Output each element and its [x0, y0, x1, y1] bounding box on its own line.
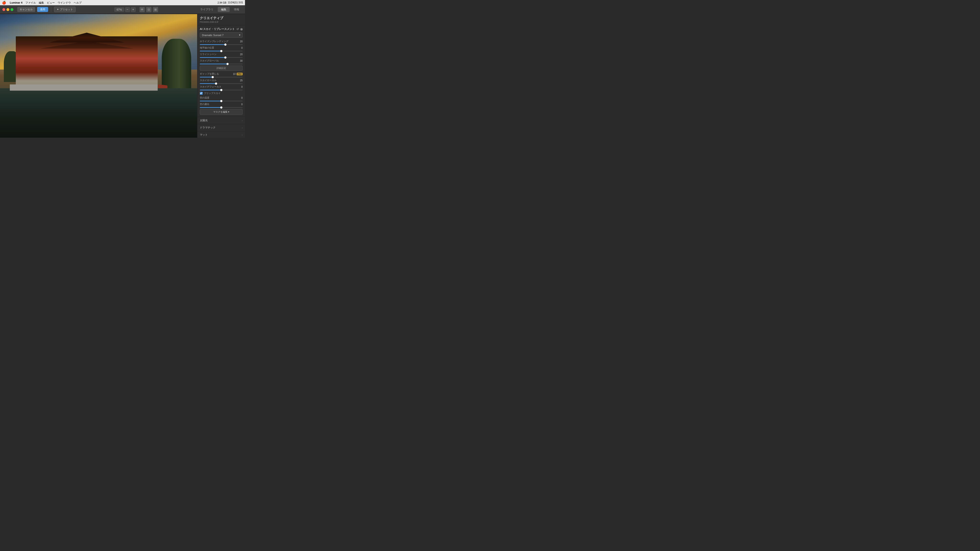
flip-sky-label: フリップスカイ — [204, 92, 221, 95]
section-matte[interactable]: マット › — [197, 131, 245, 138]
slider-label-gap-close: ギャップを閉じる — [200, 72, 229, 76]
toolbar: キャンセル 適用 ✦ プリセット 67% − + 👁 ⊟ ⊠ ライブラリ 編集 … — [0, 5, 245, 14]
panel-title-section: クリエイティブ P9150001-Edit-8.tif — [197, 14, 245, 25]
section-sunlight-label: 太陽光 — [200, 119, 208, 122]
slider-fill-sky-temp — [200, 101, 221, 102]
tab-info[interactable]: 情報 — [231, 7, 243, 12]
split-view-icon[interactable]: ⊟ — [146, 7, 151, 12]
slider-thumb-sky-local[interactable] — [215, 83, 217, 85]
slider-track-relight[interactable] — [200, 57, 243, 58]
slider-sky-exp-track-row — [200, 107, 243, 108]
menu-edit[interactable]: 編集 — [39, 1, 44, 5]
slider-track-sky-exp[interactable] — [200, 107, 243, 108]
zoom-controls: 67% − + — [115, 7, 135, 12]
canvas-area[interactable] — [0, 14, 197, 138]
slider-label-horizon-blend: ホライズンブレンディング — [200, 40, 236, 43]
detail-settings-button[interactable]: 詳細設定 — [200, 65, 243, 71]
apply-button[interactable]: 適用 — [37, 7, 48, 12]
cancel-button[interactable]: キャンセル — [17, 7, 35, 12]
slider-thumb-sky-exp[interactable] — [220, 106, 222, 109]
menu-help[interactable]: ヘルプ — [74, 1, 81, 5]
slider-sky-defocus: スカイデフォーカス 0 — [200, 85, 243, 89]
menubar-right: 2.94 GB 11/24(日) 3:01 — [218, 1, 243, 4]
slider-thumb-horizon-blend[interactable] — [224, 43, 227, 46]
slider-horizon-blend-track-row — [200, 44, 243, 45]
slider-fill-sky-defocus — [200, 90, 221, 91]
preset-button[interactable]: ✦ プリセット — [54, 7, 76, 12]
slider-value-sky-temp: 0 — [237, 97, 243, 99]
slider-value-horizon-blend: 20 — [237, 40, 243, 43]
chevron-right-icon-matte: › — [242, 133, 243, 136]
menu-file[interactable]: ファイル — [25, 1, 36, 5]
section-sunlight[interactable]: 太陽光 › — [197, 117, 245, 124]
apple-menu[interactable]: 🍎 — [2, 1, 6, 5]
water-layer — [0, 88, 197, 138]
slider-track-horizon-blend[interactable] — [200, 44, 243, 45]
ground-layer — [10, 84, 158, 91]
slider-track-horizon-pos[interactable] — [200, 51, 243, 51]
slider-fill-horizon-blend — [200, 44, 225, 45]
slider-thumb-relight[interactable] — [224, 56, 227, 59]
menu-view[interactable]: ビュー — [47, 1, 55, 5]
eye-icon[interactable]: 👁 — [140, 7, 145, 12]
slider-sky-temp: 空の温度 0 — [200, 96, 243, 100]
slider-relight: リライトシーン 20 — [200, 52, 243, 56]
close-button[interactable] — [2, 8, 5, 11]
slider-fill-sky-local — [200, 83, 216, 84]
slider-value-relight: 20 — [237, 53, 243, 56]
slider-sky-local-track-row — [200, 83, 243, 84]
trees-right — [162, 39, 191, 88]
maximize-button[interactable] — [11, 8, 13, 11]
slider-label-sky-local: スカイローカル — [200, 79, 236, 82]
slider-thumb-gap-close[interactable] — [212, 76, 214, 78]
photo-background — [0, 14, 197, 138]
zoom-value: 67% — [115, 7, 124, 12]
slider-track-sky-global[interactable] — [200, 64, 243, 64]
slider-thumb-sky-global[interactable] — [227, 63, 229, 65]
chevron-right-icon-dramatic: › — [242, 126, 243, 129]
slider-label-horizon-pos: 地平線の位置 — [200, 46, 236, 49]
preset-icon: ✦ — [57, 8, 59, 11]
section-dramatic[interactable]: ドラマチック › — [197, 124, 245, 131]
compare-icon[interactable]: ⊠ — [153, 7, 158, 12]
slider-label-sky-defocus: スカイデフォーカス — [200, 85, 236, 89]
tab-library[interactable]: ライブラリ — [197, 7, 217, 12]
zoom-out-button[interactable]: − — [125, 7, 130, 12]
minimize-button[interactable] — [6, 8, 10, 11]
slider-sky-local: スカイローカル 25 — [200, 79, 243, 82]
sky-dropdown-value: Dramatic Sunset 7 — [202, 34, 223, 37]
view-icons: 👁 ⊟ ⊠ — [140, 7, 158, 12]
ai-sky-header: AI スカイ・リプレースメント ↺ ◉ — [200, 27, 243, 31]
panel-title: クリエイティブ — [200, 16, 243, 20]
flip-sky-checkbox[interactable] — [200, 92, 203, 95]
slider-label-sky-global: スカイグローバル — [200, 59, 236, 62]
main-content: クリエイティブ P9150001-Edit-8.tif AI スカイ・リプレース… — [0, 14, 245, 138]
slider-value-sky-local: 25 — [237, 79, 243, 82]
zoom-in-button[interactable]: + — [131, 7, 136, 12]
slider-thumb-sky-defocus[interactable] — [220, 89, 222, 91]
slider-track-sky-local[interactable] — [200, 83, 243, 84]
slider-thumb-sky-temp[interactable] — [220, 100, 222, 102]
chevron-right-icon-sunlight: › — [242, 119, 243, 122]
panel-filename: P9150001-Edit-8.tif — [200, 21, 243, 23]
slider-horizon-pos-track-row — [200, 51, 243, 51]
section-header-icons: ↺ ◉ — [236, 27, 243, 31]
separator — [51, 7, 51, 12]
mask-edit-button[interactable]: マスクを編集 ▾ — [200, 109, 243, 115]
slider-thumb-horizon-pos[interactable] — [220, 50, 222, 52]
menu-window[interactable]: ウインドウ — [58, 1, 71, 5]
slider-track-sky-temp[interactable] — [200, 101, 243, 102]
slider-track-gap-close[interactable] — [200, 77, 243, 78]
app-name: Luminar 4 — [10, 1, 22, 4]
toggle-icon[interactable]: ◉ — [240, 27, 243, 31]
menubar: 🍎 Luminar 4 ファイル 編集 ビュー ウインドウ ヘルプ 2.94 G… — [0, 0, 245, 5]
reset-icon[interactable]: ↺ — [236, 27, 239, 31]
tab-edit[interactable]: 編集 — [218, 7, 230, 12]
ai-sky-section: AI スカイ・リプレースメント ↺ ◉ Dramatic Sunset 7 ▾ … — [197, 25, 245, 117]
memory-info: 2.94 GB — [218, 2, 226, 4]
slider-sky-global-track-row — [200, 64, 243, 64]
slider-sky-exp: 空の露出 0 — [200, 103, 243, 106]
sky-dropdown[interactable]: Dramatic Sunset 7 ▾ — [200, 32, 243, 38]
slider-track-sky-defocus[interactable] — [200, 90, 243, 91]
slider-sky-global: スカイグローバル 30 — [200, 59, 243, 62]
